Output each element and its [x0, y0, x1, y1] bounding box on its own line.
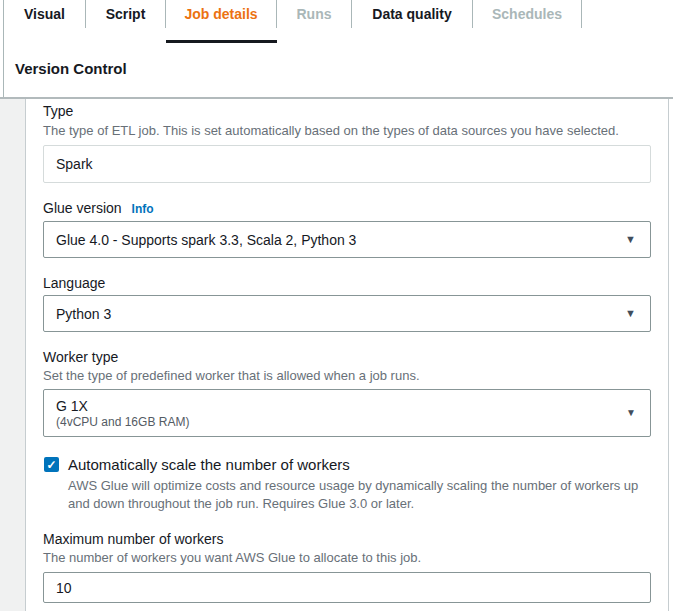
glue-version-info-link[interactable]: Info — [132, 202, 154, 216]
max-workers-label: Maximum number of workers — [43, 530, 224, 548]
language-select[interactable]: Python 3 ▼ — [43, 295, 651, 332]
tab-runs-label: Runs — [297, 6, 332, 22]
tab-job-details-label: Job details — [184, 6, 257, 22]
tab-bar: Visual Script Job details Runs Data qual… — [4, 0, 582, 28]
worker-type-selected-value: G 1X — [56, 397, 189, 415]
tab-job-details[interactable]: Job details — [166, 0, 277, 28]
tab-schedules[interactable]: Schedules — [473, 0, 582, 28]
tab-visual-label: Visual — [24, 6, 65, 22]
language-label: Language — [43, 274, 105, 292]
glue-version-label-row: Glue version Info — [43, 199, 154, 217]
worker-type-label: Worker type — [43, 348, 118, 366]
autoscale-label[interactable]: Automatically scale the number of worker… — [68, 455, 350, 474]
worker-type-description: Set the type of predefined worker that i… — [43, 367, 420, 384]
language-selected-value: Python 3 — [56, 305, 111, 323]
tab-runs[interactable]: Runs — [277, 0, 352, 28]
max-workers-description: The number of workers you want AWS Glue … — [43, 549, 421, 566]
autoscale-description: AWS Glue will optimize costs and resourc… — [68, 477, 646, 512]
glue-version-label: Glue version — [43, 199, 122, 217]
left-gutter — [0, 99, 25, 611]
worker-type-select[interactable]: G 1X (4vCPU and 16GB RAM) ▼ — [43, 389, 651, 437]
chevron-down-icon: ▼ — [626, 408, 636, 418]
worker-type-selected-option: G 1X (4vCPU and 16GB RAM) — [56, 397, 189, 430]
checkmark-icon: ✓ — [46, 458, 56, 472]
type-label: Type — [43, 102, 73, 120]
version-control-header: Version Control — [15, 60, 127, 77]
glue-version-select[interactable]: Glue 4.0 - Supports spark 3.3, Scala 2, … — [43, 221, 651, 258]
tab-script-label: Script — [106, 6, 146, 22]
tab-script[interactable]: Script — [86, 0, 166, 28]
max-workers-input[interactable] — [43, 572, 651, 603]
chevron-down-icon: ▼ — [625, 308, 636, 319]
glue-version-selected-value: Glue 4.0 - Supports spark 3.3, Scala 2, … — [56, 231, 356, 249]
type-description: The type of ETL job. This is set automat… — [43, 122, 619, 139]
autoscale-checkbox[interactable]: ✓ — [44, 457, 59, 472]
chevron-down-icon: ▼ — [625, 234, 636, 245]
worker-type-selected-detail: (4vCPU and 16GB RAM) — [56, 415, 189, 430]
tab-visual[interactable]: Visual — [4, 0, 86, 28]
tab-schedules-label: Schedules — [492, 6, 562, 22]
active-tab-indicator — [166, 40, 277, 43]
job-details-page: Visual Script Job details Runs Data qual… — [0, 0, 673, 611]
tab-data-quality[interactable]: Data quality — [352, 0, 473, 28]
tab-data-quality-label: Data quality — [372, 6, 451, 22]
type-input[interactable] — [43, 145, 651, 183]
